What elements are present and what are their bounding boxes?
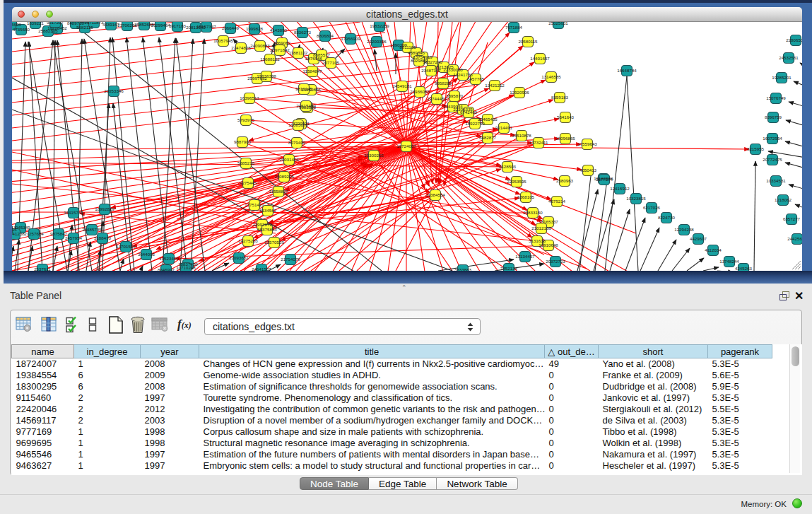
svg-text:6357277: 6357277 [783,216,801,221]
svg-text:23936053: 23936053 [410,89,430,94]
svg-text:9816145: 9816145 [295,86,313,91]
svg-text:22992872: 22992872 [252,222,272,227]
svg-text:19688132: 19688132 [260,57,280,62]
svg-text:8359183: 8359183 [551,95,569,100]
svg-text:8029889: 8029889 [411,58,428,63]
svg-text:24425670: 24425670 [787,236,802,241]
svg-text:6368105: 6368105 [517,194,535,199]
svg-text:9958289: 9958289 [435,81,452,86]
svg-text:14275203: 14275203 [238,238,258,243]
svg-text:18992829: 18992829 [95,206,114,211]
svg-text:22053595: 22053595 [507,179,526,184]
svg-text:20031404: 20031404 [279,157,299,162]
svg-text:13910648: 13910648 [539,243,558,247]
svg-text:1999828: 1999828 [246,26,264,31]
svg-text:18724007: 18724007 [396,144,416,148]
svg-text:4429607: 4429607 [690,236,707,241]
svg-text:16648784: 16648784 [617,68,637,73]
svg-text:3644095: 3644095 [138,252,155,257]
svg-text:12416912: 12416912 [610,186,630,191]
svg-text:8215955: 8215955 [747,146,765,151]
svg-text:20580115: 20580115 [518,39,538,44]
svg-text:15157347: 15157347 [196,24,216,29]
svg-text:10334531: 10334531 [766,178,786,183]
svg-text:16510878: 16510878 [512,133,531,138]
svg-text:19285201: 19285201 [772,75,792,80]
svg-text:7671884: 7671884 [505,25,523,30]
svg-text:4112034: 4112034 [705,247,722,252]
svg-text:2580963: 2580963 [556,178,574,183]
svg-text:17956909: 17956909 [341,36,360,41]
svg-text:8685577: 8685577 [313,52,331,57]
svg-text:8396759: 8396759 [765,115,782,119]
svg-text:9214491: 9214491 [495,125,513,130]
svg-text:20772475: 20772475 [763,157,782,162]
svg-text:17559643: 17559643 [577,141,597,146]
svg-text:12294238: 12294238 [674,227,694,232]
svg-text:8811165: 8811165 [399,45,416,49]
svg-text:18922760: 18922760 [465,121,485,126]
svg-text:23971842: 23971842 [270,47,290,52]
svg-text:12920906: 12920906 [510,90,529,95]
svg-text:13421212: 13421212 [485,83,505,88]
svg-text:8134562: 8134562 [259,208,277,213]
svg-text:5188470: 5188470 [94,235,112,240]
svg-text:11584847: 11584847 [302,69,322,74]
svg-text:25089205: 25089205 [274,174,294,179]
svg-text:16396513: 16396513 [240,95,259,100]
svg-text:4245263: 4245263 [735,266,753,271]
svg-text:8369062: 8369062 [273,40,291,45]
svg-text:25300265: 25300265 [364,153,384,158]
svg-text:13146585: 13146585 [541,74,561,79]
svg-text:4143890: 4143890 [270,28,288,33]
svg-text:4050413: 4050413 [579,168,597,173]
svg-text:8224730: 8224730 [658,215,676,220]
svg-text:21200396: 21200396 [367,39,387,44]
svg-text:3395870: 3395870 [446,93,464,98]
svg-text:10710248: 10710248 [176,265,196,270]
svg-text:8806804: 8806804 [317,33,334,38]
svg-text:5793975: 5793975 [237,117,255,122]
svg-text:3917183: 3917183 [169,23,187,28]
svg-text:16415740: 16415740 [64,210,83,215]
svg-text:5685216: 5685216 [237,160,255,165]
svg-text:8079409: 8079409 [288,140,306,145]
svg-text:16072954: 16072954 [763,136,782,141]
svg-text:13701506: 13701506 [116,244,136,249]
svg-text:25711873: 25711873 [84,22,104,25]
svg-text:22806503: 22806503 [786,37,802,42]
svg-text:15165337: 15165337 [539,219,558,224]
svg-text:19836388: 19836388 [257,74,276,78]
svg-text:13748244: 13748244 [719,259,739,264]
svg-text:10323815: 10323815 [626,196,646,201]
svg-text:10228452: 10228452 [47,25,67,30]
svg-text:15375853: 15375853 [257,227,277,232]
svg-text:4735650: 4735650 [13,27,30,32]
svg-text:2077105: 2077105 [322,60,340,65]
svg-text:22455603: 22455603 [12,22,21,27]
svg-text:23487347: 23487347 [421,68,441,73]
svg-text:7452134: 7452134 [500,266,518,271]
svg-text:9887903: 9887903 [234,139,252,144]
svg-text:19832259: 19832259 [370,23,389,28]
svg-text:9217207: 9217207 [47,22,64,25]
svg-text:1839221: 1839221 [27,22,45,25]
svg-text:13732411: 13732411 [529,140,548,145]
svg-text:1218062: 1218062 [775,197,792,202]
svg-text:2457954: 2457954 [65,235,83,240]
svg-text:21754078: 21754078 [281,257,300,262]
svg-text:9275445: 9275445 [240,180,257,185]
svg-text:6217026: 6217026 [643,205,661,210]
svg-text:6742460: 6742460 [460,110,478,115]
svg-text:15076749: 15076749 [766,95,786,100]
svg-text:19299464: 19299464 [151,23,170,28]
svg-text:23188315: 23188315 [12,227,17,232]
svg-text:22474828: 22474828 [231,45,251,50]
svg-text:17751421: 17751421 [245,202,264,207]
svg-text:10057945: 10057945 [213,38,233,43]
svg-text:5682115: 5682115 [76,25,93,30]
svg-text:22570529: 22570529 [264,240,284,245]
svg-text:22093651: 22093651 [229,255,249,260]
svg-text:22330030: 22330030 [443,67,463,72]
svg-text:6128503: 6128503 [499,164,517,169]
